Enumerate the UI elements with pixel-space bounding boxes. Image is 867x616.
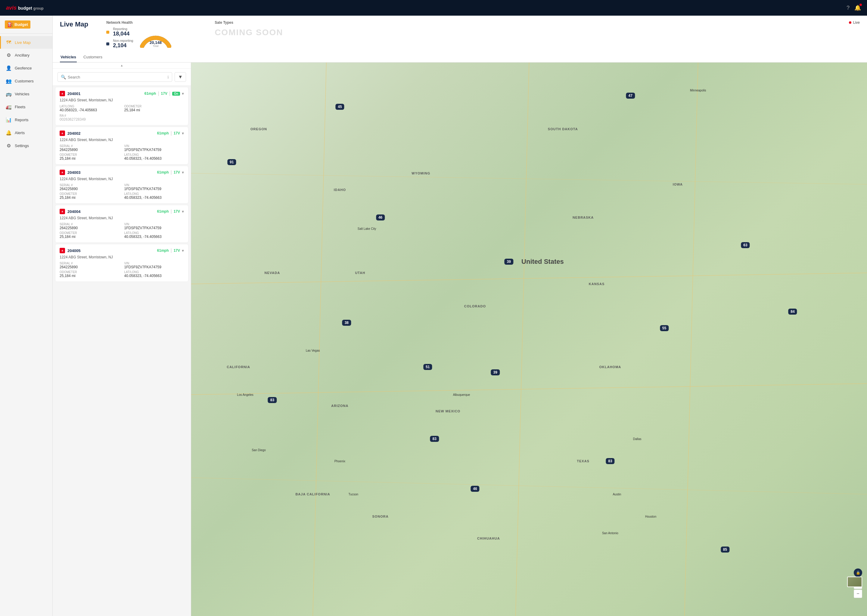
lat-long-section: LAT/LONG 40.058323, -74.405663 — [125, 270, 184, 278]
vehicle-id-row: a 204001 — [60, 91, 80, 96]
map-lock-icon[interactable]: 🔒 — [854, 569, 862, 577]
vin-section: VIN 1FDSF9ZV7FKA74759 — [125, 262, 184, 269]
vehicle-badges: 61mph | 17V |On ▾ — [145, 91, 184, 96]
vehicle-id: 204001 — [68, 91, 80, 96]
map-cluster-marker[interactable]: 84 — [788, 309, 797, 314]
avis-brand-icon: a — [60, 209, 65, 214]
sidebar-item-label: Customers — [15, 79, 34, 83]
non-reporting-label: Non-reporting — [113, 39, 133, 42]
map-region-label: NEVADA — [265, 271, 280, 275]
live-indicator: Live — [849, 20, 860, 25]
map-region-label: Albuquerque — [453, 393, 470, 396]
expand-button[interactable]: ▾ — [182, 248, 184, 253]
map-cluster-marker[interactable]: 46 — [471, 486, 479, 492]
voltage-badge: 17V — [174, 170, 180, 174]
map-cluster-marker[interactable]: 51 — [423, 364, 432, 370]
ra-label: RA # — [60, 114, 184, 117]
map-region-label: TEXAS — [577, 459, 590, 463]
map-cluster-marker[interactable]: 38 — [342, 320, 351, 326]
tab-vehicles[interactable]: Vehicles — [60, 52, 77, 62]
speed-badge: 61mph — [145, 91, 156, 96]
expand-button[interactable]: ▾ — [182, 170, 184, 175]
map-cluster-marker[interactable]: 91 — [227, 159, 236, 165]
gauge-svg: 20,148 Total — [139, 28, 172, 48]
sidebar-item-fleets[interactable]: 🚛 Fleets — [0, 101, 52, 113]
ra-row: RA # 0026362728349 — [60, 114, 184, 121]
settings-icon: ⚙ — [6, 143, 12, 149]
brand-group: group — [33, 6, 44, 11]
lat-long-value: 40.058323, -74.405663 — [125, 235, 184, 239]
expand-button[interactable]: ▾ — [182, 91, 184, 96]
sale-types-label: Sale Types — [214, 20, 849, 25]
map-region-label: BAJA CALIFORNIA — [295, 492, 330, 496]
lat-long-label: LAT/LONG — [125, 231, 184, 235]
vehicle-address: 1224 ABG Street, Morristown, NJ — [60, 177, 184, 181]
sidebar-item-live-map[interactable]: 🗺 Live Map — [0, 36, 52, 49]
budget-logo-text: Budget — [14, 22, 28, 27]
map-region-label: ARIZONA — [331, 404, 348, 407]
expand-button[interactable]: ▾ — [182, 131, 184, 136]
zoom-out-button[interactable]: − — [854, 589, 862, 598]
tab-customers[interactable]: Customers — [83, 52, 103, 62]
map-region-label: NEBRASKA — [572, 216, 594, 219]
sidebar-item-reports[interactable]: 📊 Reports — [0, 113, 52, 126]
vehicle-details: LAT/LONG 40.058323, -74.405663 ODOMETER … — [60, 105, 184, 112]
sidebar-item-alerts[interactable]: 🔔 Alerts — [0, 126, 52, 139]
sidebar-item-customers[interactable]: 👥 Customers — [0, 75, 52, 88]
expand-button[interactable]: ▾ — [182, 209, 184, 214]
map-cluster-marker[interactable]: 83 — [606, 458, 615, 464]
lat-long-section: LAT/LONG 40.058323, -74.405663 — [125, 192, 184, 200]
vin-section: VIN 1FDSF9ZV7FKA74759 — [125, 184, 184, 191]
ra-value: 0026362728349 — [60, 117, 184, 121]
map-cluster-marker[interactable]: 55 — [660, 325, 668, 331]
map-thumbnail[interactable] — [847, 577, 862, 587]
filter-button[interactable]: ▼ — [175, 72, 186, 82]
map-region-label: Houston — [645, 515, 656, 518]
map-cluster-marker[interactable]: 83 — [430, 436, 439, 442]
vin-value: 1FDSF9ZV7FKA74759 — [125, 148, 184, 152]
reporting-label: Reporting — [113, 27, 129, 31]
lat-long-value: 40.058323, -74.405663 — [125, 156, 184, 160]
vehicle-card-header: a 204002 61mph | 17V ▾ — [60, 130, 184, 136]
search-input[interactable] — [68, 75, 167, 79]
vehicle-badges: 61mph | 17V ▾ — [157, 248, 184, 253]
map-cluster-marker[interactable]: 39 — [504, 259, 513, 265]
map-cluster-marker[interactable]: 45 — [335, 104, 344, 110]
map-region-label: IDAHO — [334, 188, 346, 192]
map-region-label: CHIHUAHUA — [477, 537, 500, 540]
speed-badge: 61mph — [157, 248, 169, 253]
map-region-label: NEW MEXICO — [436, 409, 460, 413]
lat-long-value: 40.058323, -74.405663 — [125, 274, 184, 278]
content-area: ▲ 🔍 ℹ ▼ a 204001 61mph | — [53, 63, 867, 616]
sidebar-item-vehicles[interactable]: 🚌 Vehicles — [0, 88, 52, 101]
reporting-info: Reporting 18,044 — [113, 27, 129, 37]
vin-label: VIN — [125, 145, 184, 148]
map-cluster-marker[interactable]: 63 — [741, 242, 750, 248]
brand-separator: budget — [18, 6, 33, 11]
help-button[interactable]: ? — [847, 5, 850, 11]
vehicle-id-row: a 204005 — [60, 248, 80, 253]
odometer-section: ODOMETER 25,184 mi — [60, 192, 120, 200]
map-cluster-marker[interactable]: 83 — [268, 397, 277, 403]
vin-value: 1FDSF9ZV7FKA74759 — [125, 265, 184, 269]
map-cluster-marker[interactable]: 47 — [626, 93, 635, 99]
map-cluster-marker[interactable]: 85 — [721, 547, 730, 553]
notification-button[interactable]: 🔔 — [854, 5, 861, 11]
sidebar-item-geofence[interactable]: 👤 Geofence — [0, 62, 52, 75]
odometer-label: ODOMETER — [60, 153, 120, 156]
customers-icon: 👥 — [6, 78, 12, 84]
voltage-badge: 17V — [161, 91, 167, 96]
sidebar-item-ancillary[interactable]: ⚙ Ancillary — [0, 49, 52, 62]
map-region-label: IOWA — [673, 182, 683, 186]
map-region-label: Las Vegas — [306, 349, 320, 352]
collapse-handle[interactable]: ▲ — [53, 63, 191, 69]
map-cluster-marker[interactable]: 39 — [491, 369, 500, 376]
svg-line-0 — [191, 273, 867, 284]
map-area[interactable]: 🔒 + − OREGONIDAHOWYOMINGSOUTH DAKOTANEBR… — [191, 63, 867, 616]
speed-badge: 61mph — [157, 131, 169, 135]
lat-long-value: 40.058323, -74.405663 — [125, 195, 184, 200]
map-cluster-marker[interactable]: 46 — [376, 214, 385, 220]
vehicle-address: 1224 ABG Street, Morristown, NJ — [60, 98, 184, 102]
vehicle-id: 204004 — [68, 209, 80, 214]
sidebar-item-settings[interactable]: ⚙ Settings — [0, 139, 52, 152]
